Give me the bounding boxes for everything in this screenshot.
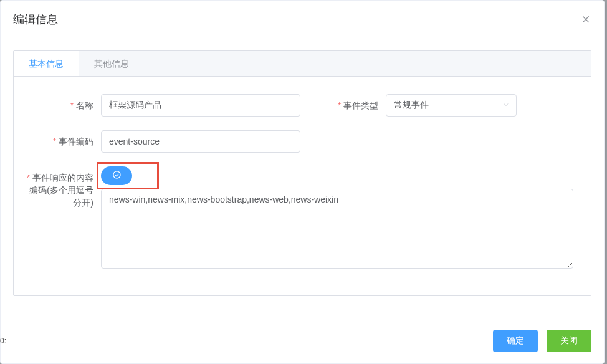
- check-circle-icon: [112, 170, 122, 181]
- page-bg-label: 0:: [0, 337, 6, 345]
- form-item-event-code: 事件编码: [26, 130, 300, 153]
- event-code-input[interactable]: [101, 130, 300, 153]
- label-response-content: 事件响应的内容编码(多个用逗号分开): [26, 166, 101, 209]
- chevron-down-icon: [502, 100, 510, 110]
- label-name: 名称: [26, 94, 101, 112]
- tab-basic-info[interactable]: 基本信息: [14, 51, 79, 76]
- svg-point-2: [113, 171, 120, 178]
- form-item-response-content: 事件响应的内容编码(多个用逗号分开): [26, 166, 578, 271]
- dialog-header: 编辑信息: [1, 1, 604, 38]
- form-item-event-type: 事件类型 常规事件: [338, 94, 517, 117]
- dialog-footer: 确定 关闭: [1, 323, 604, 363]
- event-type-value: 常规事件: [394, 100, 429, 111]
- tab-bar: 基本信息 其他信息: [14, 51, 591, 77]
- event-type-select[interactable]: 常规事件: [386, 94, 517, 117]
- tab-pane-basic: 名称 事件类型 常规事件: [14, 77, 591, 295]
- label-event-type: 事件类型: [338, 94, 386, 112]
- name-input[interactable]: [101, 94, 300, 117]
- tabs-card: 基本信息 其他信息 名称 事件类型 常规事件: [13, 50, 591, 296]
- response-content-textarea[interactable]: [101, 189, 573, 269]
- edit-info-dialog: 编辑信息 基本信息 其他信息 名称 事件类型: [0, 0, 605, 364]
- dialog-title: 编辑信息: [13, 12, 58, 27]
- close-icon[interactable]: [580, 14, 591, 25]
- ok-button[interactable]: 确定: [493, 330, 538, 352]
- validate-button[interactable]: [101, 166, 132, 185]
- tab-other-info[interactable]: 其他信息: [79, 51, 144, 76]
- label-event-code: 事件编码: [26, 130, 101, 148]
- form-item-name: 名称: [26, 94, 300, 117]
- close-button[interactable]: 关闭: [547, 330, 591, 352]
- dialog-body: 基本信息 其他信息 名称 事件类型 常规事件: [1, 38, 604, 323]
